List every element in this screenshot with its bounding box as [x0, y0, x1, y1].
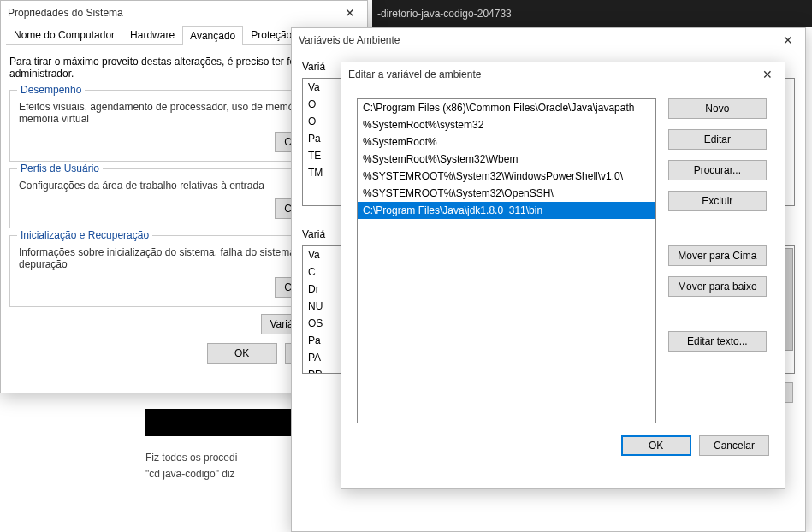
edit-text-button[interactable]: Editar texto...: [668, 331, 767, 352]
article-text-2: "cd java-codigo" diz: [145, 466, 295, 482]
close-icon[interactable]: ✕: [771, 28, 805, 52]
ok-button[interactable]: OK: [207, 343, 277, 364]
edit-var-window: Editar a variável de ambiente ✕ C:\Progr…: [341, 62, 785, 489]
path-list[interactable]: C:\Program Files (x86)\Common Files\Orac…: [357, 98, 656, 423]
move-up-button[interactable]: Mover para Cima: [668, 245, 767, 266]
path-item[interactable]: %SystemRoot%\system32: [358, 116, 655, 133]
window-title: Variáveis de Ambiente ✕: [292, 28, 805, 52]
background-window-title: -diretorio-java-codigo-204733: [372, 0, 812, 27]
path-item[interactable]: %SYSTEMROOT%\System32\OpenSSH\: [358, 185, 655, 202]
cancel-button[interactable]: Cancelar: [699, 435, 769, 456]
performance-legend: Desempenho: [17, 84, 85, 96]
delete-button[interactable]: Excluir: [668, 191, 767, 211]
user-profiles-legend: Perfis de Usuário: [17, 163, 103, 174]
close-icon[interactable]: ✕: [333, 1, 367, 25]
ok-button[interactable]: OK: [621, 435, 691, 456]
edit-button[interactable]: Editar: [668, 129, 767, 150]
startup-recovery-legend: Inicialização e Recuperação: [17, 229, 152, 241]
path-item[interactable]: C:\Program Files\Java\jdk1.8.0_311\bin: [358, 202, 655, 219]
window-title: Propriedades do Sistema ✕: [1, 1, 367, 25]
path-item[interactable]: %SystemRoot%: [358, 133, 655, 151]
tab-hardware[interactable]: Hardware: [122, 25, 182, 44]
new-button[interactable]: Novo: [668, 98, 767, 119]
path-item[interactable]: %SystemRoot%\System32\Wbem: [358, 151, 655, 168]
article-text-1: Fiz todos os procedi: [145, 450, 295, 466]
path-item[interactable]: %SYSTEMROOT%\System32\WindowsPowerShell\…: [358, 168, 655, 185]
tab-computer-name[interactable]: Nome do Computador: [6, 25, 122, 44]
background-article: Fiz todos os procedi "cd java-codigo" di…: [145, 409, 295, 482]
path-item[interactable]: C:\Program Files (x86)\Common Files\Orac…: [358, 99, 655, 116]
window-title: Editar a variável de ambiente ✕: [341, 62, 785, 86]
move-down-button[interactable]: Mover para baixo: [668, 276, 767, 297]
close-icon[interactable]: ✕: [750, 62, 785, 86]
browse-button[interactable]: Procurar...: [668, 160, 767, 180]
tab-advanced[interactable]: Avançado: [182, 26, 243, 45]
video-thumbnail: [145, 409, 295, 436]
